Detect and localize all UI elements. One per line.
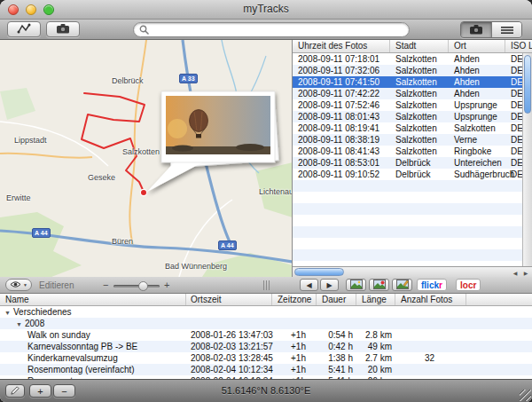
column-header-laenge[interactable]: Länge [356, 294, 395, 305]
map-town-label: Bad Wünnenberg [165, 262, 227, 271]
track-table-row[interactable]: Kinderkarnevalsumzug2008-02-03 13:28:45+… [0, 352, 532, 364]
assign-photo-button[interactable] [369, 279, 389, 291]
photo-cell-place: Untereichen [449, 157, 505, 169]
photo-pencil-icon [396, 280, 409, 291]
photo-table-hscrollbar[interactable]: ◀ ▶ [293, 266, 532, 277]
photo-cell-place: Sudhägerbruch [449, 169, 505, 180]
track-cell-fotos [395, 329, 466, 341]
photo-view-segment[interactable] [461, 22, 491, 37]
next-photo-button[interactable]: ▶ [320, 279, 339, 291]
photo-table-row[interactable]: 2008-09-11 07:18:01SalzkottenAhdenDE [293, 53, 532, 65]
photo-table-row[interactable]: 2008-09-11 09:10:52DelbrückSudhägerbruch… [293, 169, 532, 180]
photo-table-vscrollbar[interactable] [522, 53, 532, 266]
camera-tool-button[interactable] [46, 21, 80, 37]
middle-toolbar: ▼ Editieren − + ◀ ▶ flickr locr [0, 277, 532, 294]
track-cell-ortszeit: 2008-02-03 13:21:57 [186, 341, 272, 352]
track-cell-ortszeit: 2008-02-04 10:12:34 [186, 364, 272, 375]
pane-splitter-grip[interactable] [263, 280, 271, 290]
map-labels: DelbrückSalzkottenLippstadtGesekeErwitte… [0, 40, 293, 277]
locr-upload-button[interactable]: locr [456, 279, 481, 291]
edit-photo-button[interactable] [392, 279, 412, 291]
map-view[interactable]: DelbrückSalzkottenLippstadtGesekeErwitte… [0, 40, 293, 277]
column-header-blank [466, 294, 532, 305]
photo-table-row[interactable]: 2008-09-11 08:19:41SalzkottenSalzkottenD… [293, 122, 532, 134]
photo-table-row[interactable]: 2008-09-11 08:01:43SalzkottenUpsprungeDE [293, 111, 532, 122]
photo-table-row[interactable]: 2008-09-11 07:52:46SalzkottenUpsprungeDE [293, 99, 532, 111]
track-table-row[interactable]: Walk on sunday2008-01-26 13:47:03+1h0:54… [0, 329, 532, 341]
track-name: 2008 [25, 319, 44, 328]
track-table-row[interactable]: ▼Verschiedenes [0, 306, 532, 318]
photo-cell-city: Salzkotten [390, 53, 449, 65]
column-header-city[interactable]: Stadt [390, 40, 449, 52]
flickr-upload-button[interactable]: flickr [417, 279, 447, 291]
photo-cell-time: 2008-09-11 08:38:19 [293, 134, 390, 146]
photo-cell-time: 2008-09-11 08:53:01 [293, 157, 390, 169]
photo-table-row[interactable]: 2008-09-11 08:53:01DelbrückUntereichenDE [293, 157, 532, 169]
search-field[interactable] [133, 22, 410, 37]
scroll-left-arrow[interactable]: ◀ [510, 268, 520, 277]
list-view-segment[interactable] [491, 22, 521, 37]
track-table-row[interactable]: Karnevalssonntag PB -> BE2008-02-03 13:2… [0, 341, 532, 352]
disclosure-triangle-icon[interactable]: ▼ [4, 307, 13, 318]
photo-table-row[interactable]: 2008-09-11 08:41:43SalzkottenRingbokeDE [293, 146, 532, 157]
track-table-row[interactable]: ▼2008 [0, 318, 532, 329]
photo-cell-time: 2008-09-11 09:10:52 [293, 169, 390, 180]
photo-cell-city: Delbrück [390, 157, 449, 169]
zoom-in-button[interactable]: + [164, 280, 169, 290]
scroll-right-arrow[interactable]: ▶ [520, 268, 531, 277]
track-cell-zeitzone: +1h [272, 352, 317, 364]
view-mode-segmented-control [460, 21, 522, 38]
photo-table-row[interactable]: 2008-09-11 07:41:50SalzkottenAhdenDE [293, 76, 532, 88]
previous-photo-button[interactable]: ◀ [300, 279, 318, 291]
flickr-logo-r: r [439, 280, 442, 290]
track-table-row[interactable]: Rosenmontag (vereinfacht)2008-02-04 10:1… [0, 364, 532, 375]
flickr-logo-flick: flick [421, 280, 439, 290]
window-resize-grip[interactable] [520, 390, 531, 401]
vscroll-thumb[interactable] [524, 55, 531, 114]
track-cell-zeitzone: +1h [272, 341, 317, 352]
photo-cell-city: Salzkotten [390, 99, 449, 111]
column-header-iso[interactable]: ISO L [505, 40, 532, 52]
track-cell-laenge: 49 km [356, 341, 395, 352]
edit-mode-button[interactable]: Editieren [39, 280, 74, 290]
track-cell-fotos [395, 364, 466, 375]
column-header-ortszeit[interactable]: Ortszeit [186, 294, 272, 305]
column-header-zeitzone[interactable]: Zeitzone [272, 294, 317, 305]
photo-icon [350, 280, 363, 291]
column-header-name[interactable]: Name [0, 294, 186, 305]
track-cell-laenge [356, 306, 395, 318]
track-tool-button[interactable] [7, 21, 41, 37]
track-cell-zeitzone: +1h [272, 329, 317, 341]
track-cell-fotos [395, 341, 466, 352]
visibility-options-button[interactable]: ▼ [5, 279, 32, 291]
column-header-place[interactable]: Ort [449, 40, 505, 52]
track-name: Walk on sunday [27, 330, 90, 340]
motorway-shield: A 33 [179, 74, 198, 83]
photo-table-row[interactable]: 2008-09-11 07:42:22SalzkottenAhdenDE [293, 88, 532, 99]
photo-table-row[interactable]: 2008-09-11 07:32:06SalzkottenAhdenDE [293, 65, 532, 76]
map-town-label: Büren [112, 237, 133, 246]
zoom-out-button[interactable]: − [103, 280, 108, 290]
disclosure-triangle-icon[interactable]: ▼ [16, 319, 25, 329]
photo-table-row[interactable]: 2008-09-11 08:38:19SalzkottenVerneDE [293, 134, 532, 146]
hscroll-thumb[interactable] [294, 268, 344, 276]
eye-icon [10, 280, 21, 290]
map-town-label: Lippstadt [14, 136, 47, 145]
close-button[interactable] [8, 4, 19, 15]
photo-cell-time: 2008-09-11 08:01:43 [293, 111, 390, 122]
column-header-dauer[interactable]: Dauer [317, 294, 356, 305]
photo-table: Uhrzeit des Fotos Stadt Ort ISO L 2008-0… [293, 40, 532, 266]
photo-cell-place: Ahden [449, 76, 505, 88]
zoom-slider-thumb[interactable] [138, 281, 148, 291]
column-header-time[interactable]: Uhrzeit des Fotos [293, 40, 390, 52]
search-icon [139, 22, 149, 38]
minimize-button[interactable] [26, 4, 36, 15]
search-input[interactable] [153, 25, 401, 35]
photo-cell-place: Upsprunge [449, 111, 505, 122]
track-cell-laenge: 20 km [356, 364, 395, 375]
photo-cell-city: Salzkotten [390, 111, 449, 122]
zoom-button[interactable] [43, 4, 54, 15]
column-header-fotos[interactable]: Anzahl Fotos [395, 294, 466, 305]
show-photo-button[interactable] [346, 279, 366, 291]
zoom-slider[interactable] [113, 285, 160, 288]
